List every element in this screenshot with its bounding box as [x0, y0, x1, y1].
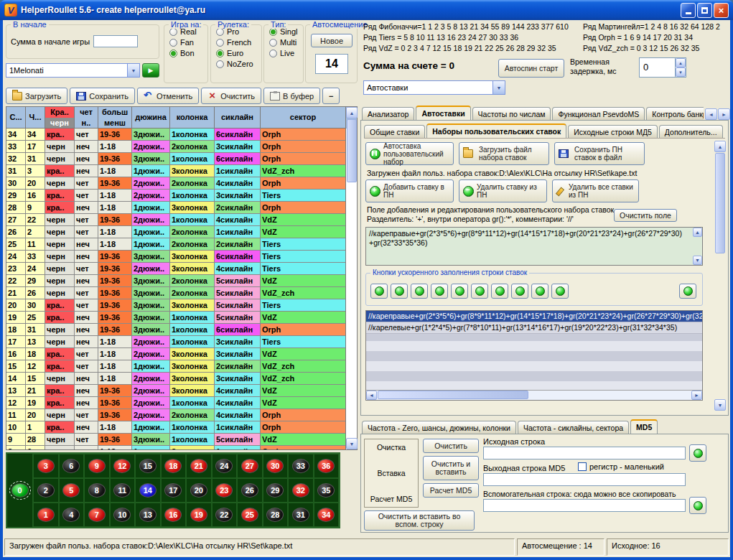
quick-fill-button-3[interactable] — [411, 284, 428, 299]
delay-spinner[interactable]: 0 ▲ ▼ — [639, 57, 686, 78]
autospin-start-button[interactable]: Автоспин старт — [498, 59, 564, 78]
board-number-17[interactable]: 17 — [164, 483, 182, 498]
bet-list-item[interactable]: //кареправые+gr(2*3*5*6)+gr(8*9*11*12)+g… — [366, 311, 702, 322]
spinner-down-icon[interactable]: ▼ — [676, 67, 686, 77]
quick-fill-button-4[interactable] — [431, 284, 448, 299]
md5-clear-paste-aux-button[interactable]: Очистить и вставить во вспом. строку — [364, 510, 475, 531]
board-number-29[interactable]: 29 — [266, 483, 284, 498]
save-bet-file-button[interactable]: Сохранить ПН ставок в файл — [554, 142, 645, 165]
board-number-16[interactable]: 16 — [164, 508, 182, 522]
bet-list[interactable]: //кареправые+gr(2*3*5*6)+gr(8*9*11*12)+g… — [365, 310, 703, 401]
quick-fill-button-8[interactable] — [511, 284, 528, 299]
radio-option-NoZero[interactable]: NoZero — [216, 60, 261, 68]
board-number-12[interactable]: 12 — [113, 459, 131, 473]
toolbar-save-button[interactable]: Сохранить — [70, 88, 135, 104]
scroll-down-icon[interactable]: ▼ — [346, 438, 358, 449]
toolbar-undo-button[interactable]: Отменить — [137, 88, 199, 104]
radio-option-Fan[interactable]: Fan — [169, 38, 207, 47]
board-number-36[interactable]: 36 — [317, 459, 335, 473]
board-number-14[interactable]: 14 — [139, 483, 157, 498]
board-number-30[interactable]: 30 — [266, 459, 284, 473]
md5-source-input[interactable] — [483, 447, 686, 459]
radio-option-Multi[interactable]: Multi — [269, 38, 303, 47]
board-number-24[interactable]: 24 — [215, 459, 233, 473]
md5-calc-button[interactable]: Расчет MD5 — [423, 483, 479, 498]
spinner-up-icon[interactable]: ▲ — [676, 58, 686, 67]
autobets-combobox[interactable]: Автоставки ▼ — [363, 80, 505, 95]
scroll-up-icon[interactable]: ▲ — [714, 141, 726, 152]
tab-Анализатор[interactable]: Анализатор — [362, 107, 414, 120]
board-number-31[interactable]: 31 — [292, 508, 309, 522]
delete-bet-button[interactable]: − Удалить ставку из ПН — [459, 179, 547, 202]
scroll-right-icon[interactable]: ► — [691, 391, 702, 400]
tab-Наборы пользовательских ставок[interactable]: Наборы пользовательских ставок — [426, 123, 566, 139]
quick-fill-button-6[interactable] — [471, 284, 488, 299]
chevron-down-icon[interactable]: ▼ — [127, 64, 139, 77]
add-bet-button[interactable]: + Добавить ставку в ПН — [365, 179, 454, 202]
board-number-19[interactable]: 19 — [190, 508, 207, 522]
panel-scrollbar[interactable]: ▲ ▼ — [714, 141, 726, 411]
tab-Частоты по числам[interactable]: Частоты по числам — [472, 107, 551, 120]
clear-field-button[interactable]: Очистить поле — [614, 209, 677, 222]
board-number-15[interactable]: 15 — [139, 459, 157, 473]
md5-clear-button[interactable]: Очистить — [423, 439, 479, 453]
toolbar-load-button[interactable]: Загрузить — [6, 88, 67, 104]
scroll-up-icon[interactable]: ▲ — [346, 107, 358, 118]
register-checkbox[interactable] — [578, 462, 587, 471]
board-number-0[interactable]: 0 — [11, 483, 29, 498]
maximize-button[interactable] — [697, 3, 712, 18]
radio-option-Bon[interactable]: Bon — [169, 49, 207, 57]
board-number-8[interactable]: 8 — [88, 483, 106, 498]
board-number-32[interactable]: 32 — [292, 483, 309, 498]
board-number-6[interactable]: 6 — [62, 459, 80, 473]
tab-Дополнитель...[interactable]: Дополнитель... — [659, 125, 723, 138]
scrollbar-thumb[interactable] — [378, 391, 528, 399]
table-scrollbar[interactable]: ▲ ▼ — [345, 107, 357, 449]
board-number-23[interactable]: 23 — [215, 483, 233, 498]
chevron-down-icon[interactable]: ▼ — [492, 81, 505, 94]
play-button[interactable]: ▶ — [142, 63, 159, 78]
md5-source-action-button[interactable] — [689, 444, 706, 462]
quick-fill-button-7[interactable] — [491, 284, 508, 299]
quick-fill-far-button[interactable] — [679, 284, 696, 299]
radio-option-French[interactable]: French — [216, 38, 261, 47]
scroll-down-icon[interactable]: ▼ — [693, 256, 702, 265]
scroll-up-icon[interactable]: ▲ — [693, 228, 702, 237]
minimize-button[interactable] — [681, 3, 696, 18]
new-number-button[interactable]: Новое — [311, 34, 353, 47]
board-number-18[interactable]: 18 — [164, 459, 182, 473]
tab-Частота - Zero, шансы, дюжины, колонки[interactable]: Частота - Zero, шансы, дюжины, колонки — [362, 421, 516, 434]
tab-Функционал PsevdoMS[interactable]: Функционал PsevdoMS — [552, 107, 645, 120]
delete-all-bets-button[interactable]: Удалить все ставки из ПН — [552, 179, 639, 202]
tab-MD5[interactable]: MD5 — [630, 419, 658, 434]
bet-list-hscrollbar[interactable]: ◄ ► — [366, 390, 702, 400]
board-number-1[interactable]: 1 — [37, 508, 55, 522]
tab-Автоставки[interactable]: Автоставки — [416, 106, 470, 120]
tab-Контроль банкро[interactable]: Контроль банкро — [646, 107, 704, 120]
md5-clear-paste-button[interactable]: Очистить и вставить — [423, 456, 479, 480]
quick-fill-button-5[interactable] — [451, 284, 468, 299]
board-number-7[interactable]: 7 — [88, 508, 106, 522]
tab-Общие ставки[interactable]: Общие ставки — [364, 125, 425, 138]
quick-fill-button-9[interactable] — [531, 284, 548, 299]
board-number-9[interactable]: 9 — [88, 459, 106, 473]
tabs-scroll-right-icon[interactable]: ► — [718, 108, 730, 120]
board-number-2[interactable]: 2 — [37, 483, 55, 498]
board-number-35[interactable]: 35 — [317, 483, 335, 498]
board-number-20[interactable]: 20 — [190, 483, 207, 498]
md5-aux-input[interactable] — [483, 499, 686, 512]
tab-Исходные строки МД5[interactable]: Исходные строки МД5 — [568, 125, 658, 138]
quick-fill-button-2[interactable] — [391, 284, 408, 299]
board-number-4[interactable]: 4 — [62, 508, 80, 522]
board-number-33[interactable]: 33 — [292, 459, 309, 473]
board-number-25[interactable]: 25 — [241, 508, 258, 522]
scrollbar-thumb[interactable] — [347, 119, 357, 182]
edit-field-scrollbar[interactable]: ▲ ▼ — [693, 228, 702, 265]
board-number-11[interactable]: 11 — [113, 483, 131, 498]
scroll-down-icon[interactable]: ▼ — [714, 399, 726, 411]
board-number-13[interactable]: 13 — [139, 508, 157, 522]
toolbar-clear-button[interactable]: Очистить — [201, 88, 261, 104]
load-bet-file-button[interactable]: Загрузить файл набора ставок — [459, 142, 549, 165]
board-number-5[interactable]: 5 — [62, 483, 80, 498]
quick-fill-button-10[interactable] — [551, 284, 569, 299]
